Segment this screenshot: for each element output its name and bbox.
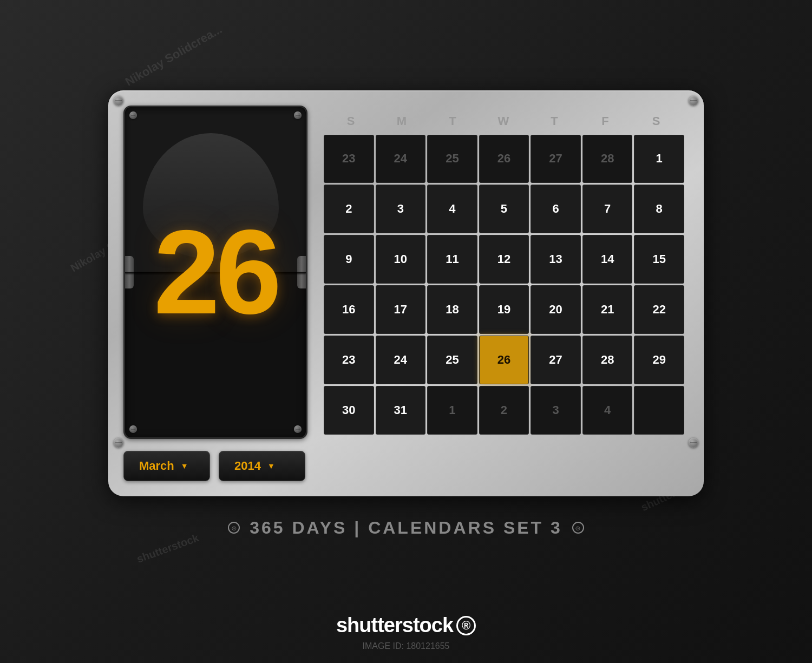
year-arrow: ▼ bbox=[267, 462, 275, 470]
calendar-cell-w2d5[interactable]: 14 bbox=[582, 235, 633, 284]
calendar-cell-w4d3[interactable]: 26 bbox=[479, 336, 529, 384]
screw-tl bbox=[129, 111, 137, 119]
flip-display: 26 bbox=[123, 106, 307, 439]
calendar-cell-w4d6[interactable]: 29 bbox=[634, 336, 684, 384]
calendar-cell-w1d4[interactable]: 6 bbox=[531, 185, 581, 233]
calendar-cell-w4d2[interactable]: 25 bbox=[427, 336, 477, 384]
calendar-cell-w0d0[interactable]: 23 bbox=[324, 135, 374, 183]
tagline-icon-right: ◎ bbox=[572, 522, 584, 534]
calendar-cell-w1d6[interactable]: 8 bbox=[634, 185, 684, 233]
calendar-cell-w0d4[interactable]: 27 bbox=[531, 135, 581, 183]
header-thu: T bbox=[529, 111, 580, 132]
header-sat: S bbox=[631, 111, 682, 132]
calendar-cell-w2d2[interactable]: 11 bbox=[427, 235, 477, 284]
month-label: March bbox=[139, 459, 174, 473]
top-section: 26 S M T W T F S 23242526272812345678910… bbox=[123, 106, 689, 439]
header-tue: T bbox=[428, 111, 479, 132]
calendar-cell-w5d4[interactable]: 3 bbox=[531, 386, 581, 435]
calendar-cell-w2d0[interactable]: 9 bbox=[324, 235, 374, 284]
bottom-controls: March ▼ 2014 ▼ bbox=[123, 449, 689, 481]
header-mon: M bbox=[377, 111, 428, 132]
month-arrow: ▼ bbox=[181, 462, 188, 470]
footer: shutterstock ® IMAGE ID: 180121655 bbox=[336, 614, 476, 651]
calendar-cell-w0d2[interactable]: 25 bbox=[427, 135, 477, 183]
calendar-cell-w4d1[interactable]: 24 bbox=[376, 336, 426, 384]
tagline-icon-left: ◎ bbox=[228, 522, 240, 534]
flip-handle-left bbox=[125, 256, 134, 288]
calendar-cell-w1d5[interactable]: 7 bbox=[582, 185, 633, 233]
panel-screw-bl bbox=[114, 438, 123, 448]
header-fri: F bbox=[580, 111, 631, 132]
calendar-cell-w4d4[interactable]: 27 bbox=[531, 336, 581, 384]
header-wed: W bbox=[479, 111, 529, 132]
tagline-text: 365 DAYS | CALENDARS SET 3 bbox=[250, 518, 562, 538]
calendar-cell-w2d6[interactable]: 15 bbox=[634, 235, 684, 284]
month-dropdown[interactable]: March ▼ bbox=[123, 451, 210, 481]
calendar-cell-w3d0[interactable]: 16 bbox=[324, 285, 374, 334]
calendar-cell-w1d3[interactable]: 5 bbox=[479, 185, 529, 233]
watermark-1: Nikolay Solidcrea... bbox=[123, 22, 225, 89]
calendar-cell-w5d0[interactable]: 30 bbox=[324, 386, 374, 435]
calendar-cell-w0d6[interactable]: 1 bbox=[634, 135, 684, 183]
calendar-cell-w2d4[interactable]: 13 bbox=[531, 235, 581, 284]
flip-number: 26 bbox=[154, 213, 278, 332]
calendar-cell-w5d6[interactable] bbox=[634, 386, 684, 435]
year-label: 2014 bbox=[234, 459, 261, 473]
calendar-cell-w4d0[interactable]: 23 bbox=[324, 336, 374, 384]
calendar-cell-w3d3[interactable]: 19 bbox=[479, 285, 529, 334]
main-panel: 26 S M T W T F S 23242526272812345678910… bbox=[108, 90, 704, 496]
header-sun: S bbox=[326, 111, 377, 132]
calendar-cell-w1d0[interactable]: 2 bbox=[324, 185, 374, 233]
calendar-cell-w1d2[interactable]: 4 bbox=[427, 185, 477, 233]
tagline-section: ◎ 365 DAYS | CALENDARS SET 3 ◎ bbox=[228, 513, 584, 541]
calendar-cell-w4d5[interactable]: 28 bbox=[582, 336, 633, 384]
shutter-logo: shutterstock ® bbox=[336, 614, 476, 637]
flip-handle-right bbox=[297, 256, 306, 288]
calendar-cell-w3d2[interactable]: 18 bbox=[427, 285, 477, 334]
calendar-cell-w2d3[interactable]: 12 bbox=[479, 235, 529, 284]
calendar-cell-w0d3[interactable]: 26 bbox=[479, 135, 529, 183]
year-dropdown[interactable]: 2014 ▼ bbox=[219, 451, 305, 481]
calendar-cell-w0d5[interactable]: 28 bbox=[582, 135, 633, 183]
calendar-cell-w3d1[interactable]: 17 bbox=[376, 285, 426, 334]
calendar-section: S M T W T F S 23242526272812345678910111… bbox=[319, 106, 689, 439]
screw-bl bbox=[129, 425, 137, 433]
calendar-cell-w3d4[interactable]: 20 bbox=[531, 285, 581, 334]
screw-tr bbox=[294, 111, 302, 119]
image-id: IMAGE ID: 180121655 bbox=[363, 641, 450, 651]
panel-screw-tr bbox=[689, 96, 698, 106]
watermark-7: shutterstock bbox=[135, 531, 201, 566]
shutter-logo-text: shutterstock bbox=[336, 614, 453, 637]
calendar-cell-w0d1[interactable]: 24 bbox=[376, 135, 426, 183]
calendar-cell-w1d1[interactable]: 3 bbox=[376, 185, 426, 233]
calendar-cell-w5d3[interactable]: 2 bbox=[479, 386, 529, 435]
calendar-grid: 2324252627281234567891011121314151617181… bbox=[324, 135, 684, 435]
day-headers: S M T W T F S bbox=[324, 111, 684, 132]
calendar-cell-w3d6[interactable]: 22 bbox=[634, 285, 684, 334]
calendar-cell-w5d2[interactable]: 1 bbox=[427, 386, 477, 435]
calendar-cell-w2d1[interactable]: 10 bbox=[376, 235, 426, 284]
background: Nikolay Solidcrea... Nikolay Solidcrea..… bbox=[0, 0, 812, 663]
calendar-cell-w5d5[interactable]: 4 bbox=[582, 386, 633, 435]
panel-screw-br bbox=[689, 438, 698, 448]
screw-br bbox=[294, 425, 302, 433]
shutter-trademark: ® bbox=[456, 616, 476, 635]
calendar-cell-w5d1[interactable]: 31 bbox=[376, 386, 426, 435]
panel-screw-tl bbox=[114, 96, 123, 106]
calendar-cell-w3d5[interactable]: 21 bbox=[582, 285, 633, 334]
